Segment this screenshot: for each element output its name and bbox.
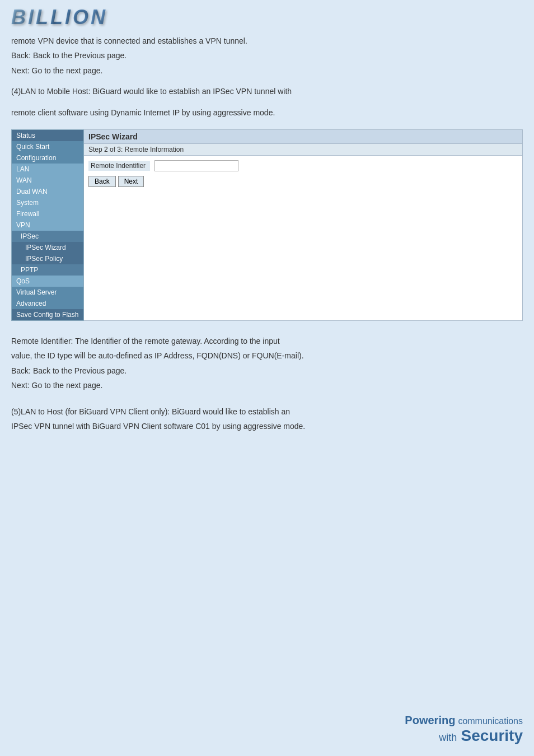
- intro-section4b: remote client software using Dynamic Int…: [11, 106, 523, 119]
- sidebar-item-saveconfig[interactable]: Save Config to Flash: [12, 309, 83, 320]
- sidebar-item-dualwan[interactable]: Dual WAN: [12, 186, 83, 197]
- remote-identifier-input[interactable]: [154, 160, 238, 171]
- sidebar-item-wan[interactable]: WAN: [12, 175, 83, 186]
- sidebar-item-ipsec[interactable]: IPSec: [12, 231, 83, 242]
- remote-identifier-label: Remote Indentifier: [88, 161, 150, 171]
- remote-info-line2: value, the ID type will be auto-defined …: [11, 349, 523, 362]
- communications-label: communications: [458, 716, 523, 726]
- sidebar-item-system[interactable]: System: [12, 197, 83, 208]
- remote-identifier-row: Remote Indentifier: [88, 160, 518, 171]
- button-row: Back Next: [88, 176, 518, 187]
- footer-security-line: with Security: [405, 727, 523, 745]
- wizard-layout: Status Quick Start Configuration LAN WAN…: [0, 129, 534, 321]
- sidebar-item-ipsec-wizard[interactable]: IPSec Wizard: [12, 242, 83, 253]
- intro-line1: remote VPN device that is connected and …: [11, 35, 523, 47]
- footer-powering: Powering communications: [405, 714, 523, 727]
- logo-area: BILLION: [11, 6, 523, 29]
- sidebar-item-firewall[interactable]: Firewall: [12, 208, 83, 220]
- section5-line1: (5)LAN to Host (for BiGuard VPN Client o…: [11, 405, 523, 418]
- intro-line2: Back: Back to the Previous page.: [11, 49, 523, 62]
- back-button[interactable]: Back: [88, 176, 116, 187]
- intro-line3: Next: Go to the next page.: [11, 64, 523, 77]
- intro-section: remote VPN device that is connected and …: [0, 35, 534, 129]
- panel-body: Remote Indentifier Back Next: [84, 156, 522, 192]
- next-button[interactable]: Next: [118, 176, 144, 187]
- section5-area: (5)LAN to Host (for BiGuard VPN Client o…: [0, 400, 534, 441]
- with-label: with: [439, 732, 457, 743]
- remote-info-line3: Back: Back to the Previous page.: [11, 365, 523, 377]
- sidebar-item-ipsec-policy[interactable]: IPSec Policy: [12, 253, 83, 264]
- section5-line2: IPSec VPN tunnel with BiGuard VPN Client…: [11, 420, 523, 432]
- sidebar-item-virtualserver[interactable]: Virtual Server: [12, 287, 83, 298]
- wizard-title: IPSec Wizard: [84, 130, 522, 144]
- wizard-subtitle: Step 2 of 3: Remote Information: [84, 144, 522, 156]
- sidebar-item-qos[interactable]: QoS: [12, 276, 83, 287]
- powering-label: Powering: [405, 714, 455, 726]
- remote-info-line4: Next: Go to the next page.: [11, 379, 523, 391]
- sidebar-item-configuration[interactable]: Configuration: [12, 152, 83, 164]
- sidebar-item-vpn[interactable]: VPN: [12, 220, 83, 231]
- footer-branding: Powering communications with Security: [405, 714, 523, 745]
- logo: BILLION: [11, 6, 107, 29]
- sidebar-item-status[interactable]: Status: [12, 130, 83, 141]
- sidebar: Status Quick Start Configuration LAN WAN…: [11, 129, 84, 321]
- intro-section4: (4)LAN to Mobile Host: BiGuard would lik…: [11, 85, 523, 97]
- sidebar-item-pptp[interactable]: PPTP: [12, 264, 83, 276]
- remote-info-line1: Remote Identifier: The Identifier of the…: [11, 335, 523, 347]
- header: BILLION: [0, 0, 534, 35]
- sidebar-item-lan[interactable]: LAN: [12, 164, 83, 175]
- content-panel: IPSec Wizard Step 2 of 3: Remote Informa…: [84, 129, 523, 321]
- security-label: Security: [461, 727, 523, 744]
- remote-info-section: Remote Identifier: The Identifier of the…: [0, 329, 534, 400]
- sidebar-item-quickstart[interactable]: Quick Start: [12, 141, 83, 152]
- sidebar-item-advanced[interactable]: Advanced: [12, 298, 83, 309]
